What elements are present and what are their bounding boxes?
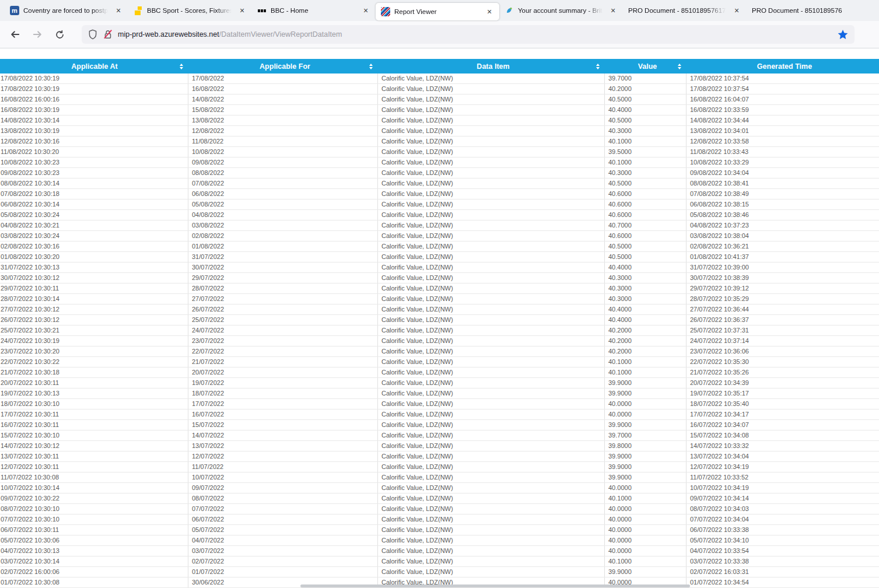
cell-generated-time: 01/08/2022 10:41:37 xyxy=(687,252,879,262)
cell-applicable-at: 28/07/2022 10:30:14 xyxy=(0,294,188,304)
cell-data-item: Calorific Value, LDZ(NW) xyxy=(378,210,605,220)
cell-value: 40.5000 xyxy=(605,242,687,251)
cell-data-item: Calorific Value, LDZ(NW) xyxy=(378,462,605,472)
cell-data-item: Calorific Value, LDZ(NW) xyxy=(378,326,605,335)
cell-data-item: Calorific Value, LDZ(NW) xyxy=(378,452,605,461)
close-icon[interactable]: × xyxy=(361,6,370,15)
sort-icon[interactable] xyxy=(369,64,373,69)
cell-applicable-for: 26/07/2022 xyxy=(188,304,378,314)
column-header-applicable-for[interactable]: Applicable For xyxy=(188,59,378,74)
tab-coventry-article[interactable]: m Coventry are forced to postpone × xyxy=(5,0,128,21)
cell-generated-time: 23/07/2022 10:36:06 xyxy=(687,346,879,356)
cell-value: 39.9000 xyxy=(605,567,687,577)
cell-applicable-at: 08/08/2022 10:30:14 xyxy=(0,178,188,188)
cell-applicable-at: 31/07/2022 10:30:13 xyxy=(0,262,188,272)
cell-value: 39.9000 xyxy=(605,473,687,482)
cell-applicable-at: 23/07/2022 10:30:20 xyxy=(0,346,188,356)
column-label: Generated Time xyxy=(757,62,812,71)
table-row: 28/07/2022 10:30:1427/07/2022Calorific V… xyxy=(0,294,879,304)
cell-value: 40.4000 xyxy=(605,105,687,115)
cell-value: 39.5000 xyxy=(605,147,687,157)
column-header-generated-time[interactable]: Generated Time xyxy=(687,59,879,74)
sort-icon[interactable] xyxy=(678,64,681,69)
reload-button[interactable] xyxy=(50,25,69,44)
table-row: 18/07/2022 10:30:1017/07/2022Calorific V… xyxy=(0,399,879,410)
cell-value: 40.0000 xyxy=(605,525,687,535)
cell-value: 39.8000 xyxy=(605,441,687,451)
table-row: 13/08/2022 10:30:1912/08/2022Calorific V… xyxy=(0,126,879,136)
forward-button[interactable] xyxy=(28,25,47,44)
tab-bbc-sport[interactable]: BBC Sport - Scores, Fixtures, Ne × xyxy=(128,0,252,21)
cell-applicable-at: 22/07/2022 10:30:22 xyxy=(0,357,188,367)
bookmark-star-icon[interactable] xyxy=(837,29,849,40)
column-header-value[interactable]: Value xyxy=(605,59,687,74)
table-row: 13/07/2022 10:30:1112/07/2022Calorific V… xyxy=(0,452,879,462)
cell-value: 40.1000 xyxy=(605,494,687,503)
cell-value: 40.1000 xyxy=(605,556,687,566)
cell-applicable-at: 03/07/2022 10:30:14 xyxy=(0,556,188,566)
cell-data-item: Calorific Value, LDZ(NW) xyxy=(378,473,605,482)
table-row: 09/08/2022 10:30:2308/08/2022Calorific V… xyxy=(0,168,879,178)
table-row: 16/08/2022 16:00:1614/08/2022Calorific V… xyxy=(0,94,879,105)
table-row: 01/08/2022 10:30:2031/07/2022Calorific V… xyxy=(0,252,879,262)
tab-bbc-home[interactable]: BBC - Home × xyxy=(252,0,376,21)
cell-applicable-at: 10/08/2022 10:30:23 xyxy=(0,158,188,167)
cell-applicable-for: 07/08/2022 xyxy=(188,178,378,188)
cell-value: 40.2000 xyxy=(605,336,687,346)
cell-applicable-for: 17/08/2022 xyxy=(188,74,378,83)
cell-applicable-at: 21/07/2022 10:30:18 xyxy=(0,368,188,377)
cell-generated-time: 24/07/2022 10:37:14 xyxy=(687,336,879,346)
cell-applicable-for: 16/08/2022 xyxy=(188,84,378,94)
cell-generated-time: 05/08/2022 10:38:46 xyxy=(687,210,879,220)
cell-applicable-at: 24/07/2022 10:30:19 xyxy=(0,336,188,346)
sort-icon[interactable] xyxy=(596,64,600,69)
cell-applicable-for: 19/07/2022 xyxy=(188,378,378,388)
cell-applicable-for: 27/07/2022 xyxy=(188,294,378,304)
tab-account-summary[interactable]: Your account summary - British × xyxy=(499,0,623,21)
address-bar[interactable]: mip-prd-web.azurewebsites.net/DataItemVi… xyxy=(82,25,855,44)
column-header-data-item[interactable]: Data Item xyxy=(378,59,605,74)
table-row: 20/07/2022 10:30:1119/07/2022Calorific V… xyxy=(0,378,879,388)
cell-data-item: Calorific Value, LDZ(NW) xyxy=(378,284,605,293)
cell-generated-time: 22/07/2022 10:35:30 xyxy=(687,357,879,367)
cell-applicable-for: 13/08/2022 xyxy=(188,116,378,125)
cell-generated-time: 11/07/2022 10:33:52 xyxy=(687,473,879,482)
cell-applicable-at: 27/07/2022 10:30:12 xyxy=(0,304,188,314)
cell-value: 40.0000 xyxy=(605,504,687,514)
column-label: Applicable For xyxy=(260,62,310,71)
back-button[interactable] xyxy=(6,25,24,44)
tracking-shield-icon[interactable] xyxy=(87,29,98,40)
column-header-applicable-at[interactable]: Applicable At xyxy=(0,59,188,74)
cell-applicable-at: 16/07/2022 10:30:11 xyxy=(0,420,188,430)
tab-report-viewer[interactable]: Report Viewer × xyxy=(376,3,499,20)
tab-title: BBC - Home xyxy=(271,7,357,14)
cell-applicable-at: 10/07/2022 10:30:14 xyxy=(0,483,188,493)
close-icon[interactable]: × xyxy=(732,6,741,15)
table-row: 04/07/2022 10:30:1303/07/2022Calorific V… xyxy=(0,546,879,556)
cell-value: 40.6000 xyxy=(605,200,687,209)
cell-applicable-for: 29/07/2022 xyxy=(188,273,378,283)
cell-data-item: Calorific Value, LDZ(NW) xyxy=(378,136,605,146)
cell-generated-time: 16/08/2022 10:33:59 xyxy=(687,105,879,115)
horizontal-scrollbar-thumb[interactable] xyxy=(300,584,690,587)
close-icon[interactable]: × xyxy=(485,7,494,16)
cell-applicable-at: 25/07/2022 10:30:21 xyxy=(0,326,188,335)
tab-pro-document-1[interactable]: PRO Document - 851018957617-202 × xyxy=(623,0,747,21)
cell-applicable-at: 01/07/2022 10:30:08 xyxy=(0,578,188,587)
close-icon[interactable]: × xyxy=(608,6,618,15)
close-icon[interactable]: × xyxy=(114,6,123,15)
cell-applicable-for: 05/07/2022 xyxy=(188,525,378,535)
close-icon[interactable]: × xyxy=(237,6,247,15)
cell-applicable-for: 24/07/2022 xyxy=(188,326,378,335)
cell-value: 40.6000 xyxy=(605,231,687,241)
insecure-lock-icon[interactable] xyxy=(103,29,113,40)
table-row: 11/08/2022 10:30:2010/08/2022Calorific V… xyxy=(0,147,879,158)
cell-applicable-for: 28/07/2022 xyxy=(188,284,378,293)
tab-pro-document-2[interactable]: PRO Document - 8510189576 xyxy=(747,0,879,21)
cell-data-item: Calorific Value, LDZ(NW) xyxy=(378,231,605,241)
tab-title: Report Viewer xyxy=(394,8,481,15)
sort-icon[interactable] xyxy=(180,64,183,69)
cell-applicable-at: 18/07/2022 10:30:10 xyxy=(0,399,188,409)
table-row: 24/07/2022 10:30:1923/07/2022Calorific V… xyxy=(0,336,879,346)
cell-applicable-at: 15/07/2022 10:30:10 xyxy=(0,430,188,440)
